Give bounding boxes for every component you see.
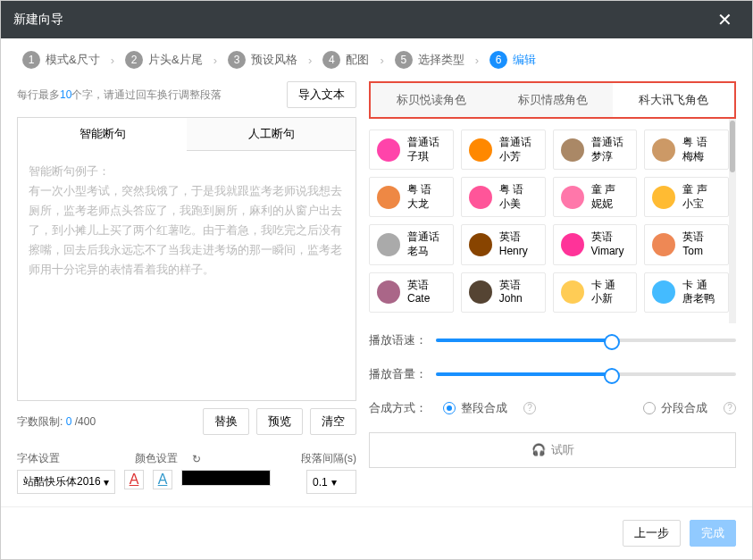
bg-color-button[interactable]: A	[153, 470, 172, 489]
avatar	[561, 280, 584, 304]
speed-slider[interactable]	[436, 339, 736, 342]
voice-option[interactable]: 童 声小宝	[644, 177, 729, 217]
avatar	[652, 280, 675, 304]
tab-manual-split[interactable]: 人工断句	[187, 118, 356, 151]
done-button[interactable]: 完成	[690, 520, 736, 547]
avatar	[469, 233, 492, 256]
avatar	[377, 233, 400, 256]
avatar	[652, 138, 675, 162]
voice-scrollbar[interactable]	[729, 119, 736, 323]
preview-button[interactable]: 预览	[256, 408, 303, 435]
voice-option[interactable]: 粤 语大龙	[369, 177, 454, 217]
clear-button[interactable]: 清空	[310, 408, 356, 435]
replace-button[interactable]: 替换	[203, 408, 249, 435]
voice-option[interactable]: 普通话小芳	[461, 130, 546, 170]
step-3[interactable]: 3预设风格	[228, 51, 297, 69]
chevron-right-icon: ›	[380, 54, 383, 67]
voice-option[interactable]: 英语Cate	[369, 272, 454, 313]
font-select[interactable]: 站酷快乐体2016▾	[17, 470, 115, 494]
listen-button[interactable]: 🎧 试听	[369, 432, 736, 468]
text-color-button[interactable]: A	[124, 470, 144, 489]
voice-option[interactable]: 英语John	[461, 272, 546, 313]
voice-option[interactable]: 卡 通小新	[553, 272, 638, 313]
line-hint: 每行最多10个字，请通过回车换行调整段落	[17, 88, 280, 103]
close-icon[interactable]: ✕	[710, 5, 740, 34]
role-tab[interactable]: 标贝悦读角色	[371, 83, 492, 117]
chevron-down-icon: ▾	[331, 476, 337, 489]
tab-smart-split[interactable]: 智能断句	[18, 118, 187, 151]
radio-segment[interactable]: 分段合成	[643, 400, 707, 416]
voice-option[interactable]: 英语Vimary	[553, 224, 638, 264]
gap-select[interactable]: 0.1▾	[306, 470, 356, 494]
wizard-steps: 1模式&尺寸›2片头&片尾›3预设风格›4配图›5选择类型›6编辑	[1, 38, 752, 81]
help-icon[interactable]: ?	[523, 402, 536, 414]
step-4[interactable]: 4配图	[322, 51, 369, 69]
volume-slider[interactable]	[436, 372, 736, 376]
avatar	[469, 138, 492, 162]
chevron-right-icon: ›	[111, 54, 114, 67]
font-label: 字体设置	[17, 451, 60, 466]
chevron-right-icon: ›	[308, 54, 312, 67]
role-tab[interactable]: 科大讯飞角色	[613, 83, 734, 117]
voice-option[interactable]: 粤 语梅梅	[644, 130, 729, 170]
help-icon[interactable]: ?	[724, 402, 736, 414]
chevron-right-icon: ›	[475, 54, 479, 67]
chevron-right-icon: ›	[213, 54, 217, 67]
voice-option[interactable]: 英语Tom	[644, 224, 729, 264]
avatar	[377, 280, 400, 304]
avatar	[377, 138, 400, 162]
voice-option[interactable]: 英语Henry	[461, 224, 546, 264]
step-6[interactable]: 6编辑	[489, 51, 536, 69]
voice-option[interactable]: 普通话子琪	[369, 130, 454, 170]
char-count: 字数限制: 0 /400	[17, 414, 196, 430]
import-text-button[interactable]: 导入文本	[287, 81, 356, 108]
avatar	[652, 233, 675, 256]
voice-option[interactable]: 粤 语小美	[461, 177, 546, 217]
avatar	[377, 186, 400, 209]
avatar	[469, 186, 492, 209]
radio-whole[interactable]: 整段合成	[443, 400, 507, 416]
speed-label: 播放语速：	[369, 332, 427, 348]
step-5[interactable]: 5选择类型	[395, 51, 464, 69]
text-input[interactable]: 智能断句例子： 有一次小型考试，突然我饿了，于是我就跟监考老师说我想去厕所，监考…	[17, 151, 356, 401]
synth-label: 合成方式：	[369, 400, 427, 416]
step-1[interactable]: 1模式&尺寸	[22, 51, 100, 69]
gap-label: 段落间隔(s)	[301, 451, 356, 466]
voice-option[interactable]: 童 声妮妮	[553, 177, 638, 217]
avatar	[652, 186, 675, 209]
voice-option[interactable]: 卡 通唐老鸭	[644, 272, 729, 313]
color-swatch[interactable]	[181, 470, 271, 486]
voice-option[interactable]: 普通话梦淳	[553, 130, 638, 170]
step-2[interactable]: 2片头&片尾	[125, 51, 203, 69]
refresh-icon[interactable]: ↻	[192, 453, 201, 465]
headphones-icon: 🎧	[531, 443, 546, 456]
avatar	[561, 233, 584, 256]
role-tab[interactable]: 标贝情感角色	[492, 83, 614, 117]
prev-button[interactable]: 上一步	[623, 520, 681, 547]
avatar	[561, 138, 584, 162]
color-label: 颜色设置	[135, 451, 178, 466]
dialog-title: 新建向导	[13, 12, 710, 28]
avatar	[561, 186, 584, 209]
voice-option[interactable]: 普通话老马	[369, 224, 454, 264]
avatar	[469, 280, 492, 304]
chevron-down-icon: ▾	[104, 476, 109, 489]
volume-label: 播放音量：	[369, 366, 427, 382]
